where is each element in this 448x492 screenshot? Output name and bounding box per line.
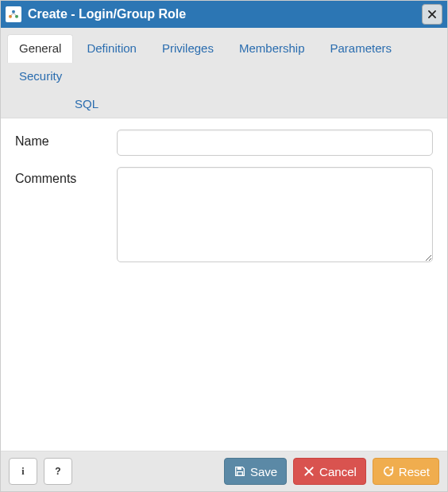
form-body: Name Comments — [1, 118, 447, 451]
form-row-comments: Comments — [15, 167, 433, 265]
app-icon — [6, 6, 21, 22]
svg-point-1 — [9, 15, 12, 18]
tab-general[interactable]: General — [7, 34, 73, 63]
help-icon: ? — [52, 465, 64, 478]
tab-label: SQL — [75, 97, 98, 110]
tab-row-2: SQL — [7, 90, 441, 118]
reset-icon — [382, 465, 395, 478]
close-icon — [427, 9, 438, 20]
svg-text:i: i — [21, 466, 25, 477]
comments-label: Comments — [15, 167, 117, 186]
reset-label: Reset — [399, 466, 430, 478]
tab-membership[interactable]: Membership — [227, 34, 317, 63]
close-button[interactable] — [422, 4, 442, 25]
name-input[interactable] — [117, 130, 433, 156]
svg-rect-6 — [238, 472, 243, 476]
tab-parameters[interactable]: Parameters — [318, 34, 404, 63]
info-button[interactable]: i — [9, 458, 37, 485]
reset-button[interactable]: Reset — [373, 458, 439, 485]
window-title: Create - Login/Group Role — [28, 7, 422, 21]
cancel-icon — [303, 465, 315, 478]
tab-label: Membership — [239, 41, 305, 55]
save-label: Save — [250, 466, 277, 478]
tab-sql[interactable]: SQL — [63, 90, 439, 118]
cancel-label: Cancel — [319, 466, 357, 478]
help-button[interactable]: ? — [44, 458, 72, 485]
comments-input[interactable] — [117, 167, 433, 262]
svg-point-2 — [15, 15, 18, 18]
save-button[interactable]: Save — [224, 458, 287, 485]
tab-definition[interactable]: Definition — [75, 34, 149, 63]
tabbar: General Definition Privileges Membership… — [1, 28, 447, 118]
tab-privileges[interactable]: Privileges — [150, 34, 226, 63]
tab-label: General — [19, 41, 61, 55]
tab-label: Privileges — [162, 41, 214, 55]
tab-label: Security — [19, 69, 62, 83]
tab-security[interactable]: Security — [7, 62, 74, 91]
save-icon — [234, 465, 246, 478]
titlebar: Create - Login/Group Role — [1, 1, 447, 28]
svg-rect-5 — [238, 467, 241, 470]
dialog: Create - Login/Group Role General Defini… — [0, 0, 448, 492]
tab-label: Definition — [87, 41, 137, 55]
info-icon: i — [17, 465, 29, 478]
name-label: Name — [15, 130, 117, 149]
footer: i ? Save C — [1, 451, 447, 491]
svg-point-0 — [12, 10, 15, 14]
cancel-button[interactable]: Cancel — [293, 458, 366, 485]
tab-label: Parameters — [330, 41, 392, 55]
svg-text:?: ? — [55, 466, 60, 477]
form-row-name: Name — [15, 130, 433, 156]
